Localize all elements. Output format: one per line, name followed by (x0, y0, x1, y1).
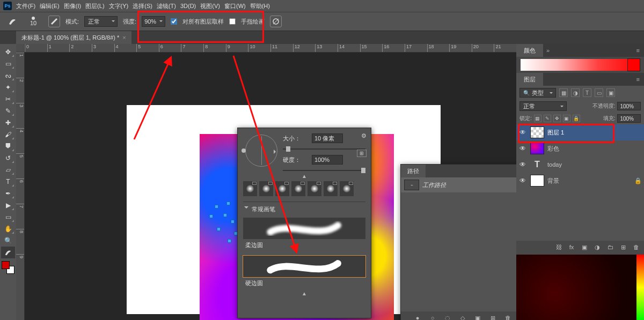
current-color-swatch[interactable] (628, 59, 640, 71)
visibility-icon[interactable]: 👁 (518, 129, 527, 136)
layer-row[interactable]: 👁 图层 1 (516, 124, 644, 140)
link-layers-icon[interactable]: ⛓ (555, 243, 562, 251)
filter-smart-icon[interactable]: ▣ (606, 88, 615, 97)
layer-style-icon[interactable]: fx (568, 243, 575, 251)
strength-input[interactable]: 90% (142, 16, 165, 27)
type-tool[interactable]: T (1, 176, 15, 188)
opacity-value[interactable]: 100% (617, 102, 641, 110)
recent-brush[interactable] (340, 181, 354, 196)
layers-panel-menu-icon[interactable]: ≡ (632, 76, 644, 83)
finger-painting-checkbox[interactable] (229, 18, 236, 25)
crop-tool[interactable]: ✂ (1, 93, 15, 105)
blend-mode-dropdown[interactable]: 正常 (519, 101, 567, 111)
close-tab-icon[interactable]: × (122, 34, 126, 41)
path-to-selection-icon[interactable]: ◌ (444, 314, 451, 320)
healing-tool[interactable]: ✚ (1, 117, 15, 129)
scroll-down-icon[interactable]: ▲ (238, 289, 371, 297)
menu-3d[interactable]: 3D(D) (180, 3, 196, 9)
menu-select[interactable]: 选择(S) (133, 2, 152, 10)
recent-brush[interactable] (275, 181, 289, 196)
visibility-icon[interactable]: 👁 (518, 177, 527, 184)
mode-dropdown[interactable]: 正常 (84, 16, 118, 27)
pressure-icon[interactable] (270, 16, 282, 27)
fill-value[interactable]: 100% (617, 114, 641, 123)
shape-tool[interactable]: ▭ (1, 211, 15, 223)
filter-adjust-icon[interactable]: ◑ (571, 88, 580, 97)
layer-filter-kind[interactable]: 类型 (519, 88, 556, 98)
recent-brush[interactable] (324, 181, 338, 196)
brush-hardness-value[interactable]: 100% (312, 155, 343, 165)
visibility-icon[interactable]: 👁 (518, 161, 527, 168)
brush-panel-toggle-icon[interactable] (48, 16, 60, 27)
hue-slider[interactable] (636, 255, 644, 320)
new-path-icon[interactable]: ⊞ (489, 314, 496, 320)
path-select-tool[interactable]: ▶ (1, 199, 15, 211)
menu-file[interactable]: 文件(F) (16, 2, 35, 10)
lock-artboard-icon[interactable]: ▣ (563, 115, 570, 122)
marquee-tool[interactable]: ▭ (1, 58, 15, 70)
layer-thumbnail[interactable] (530, 126, 544, 138)
fill-path-icon[interactable]: ● (414, 314, 421, 320)
recent-brush[interactable] (243, 181, 257, 196)
smudge-tool-icon[interactable] (6, 16, 18, 27)
color-tab[interactable]: 颜色 (516, 44, 543, 57)
menu-image[interactable]: 图像(I) (64, 2, 81, 10)
recent-brush[interactable] (308, 181, 321, 196)
foreground-color-swatch[interactable] (2, 261, 10, 269)
group-icon[interactable]: 🗀 (606, 243, 614, 251)
layer-mask-icon[interactable]: ▣ (581, 243, 588, 251)
scroll-up-icon[interactable]: ▲ (238, 173, 371, 179)
layer-row[interactable]: 👁 背景 🔒 (516, 173, 644, 189)
lock-all-icon[interactable]: 🔒 (573, 115, 580, 122)
brush-settings-gear-icon[interactable]: ⚙ (361, 132, 367, 139)
delete-layer-icon[interactable]: 🗑 (632, 243, 640, 251)
brush-size-value[interactable]: 10 像素 (312, 133, 343, 143)
visibility-icon[interactable]: 👁 (518, 145, 527, 152)
pen-tool[interactable]: ✒ (1, 188, 15, 199)
move-tool[interactable]: ✥ (1, 46, 15, 58)
lock-position-icon[interactable]: ✥ (553, 115, 561, 122)
brush-preset-soft[interactable] (243, 218, 365, 239)
recent-brush[interactable] (291, 181, 305, 196)
layer-row[interactable]: 👁 彩色 (516, 140, 644, 157)
layer-row[interactable]: 👁 T today (516, 157, 644, 173)
stroke-path-icon[interactable]: ○ (429, 314, 436, 320)
path-name[interactable]: 工作路径 (422, 181, 446, 189)
menu-help[interactable]: 帮助(H) (250, 2, 270, 10)
menu-layer[interactable]: 图层(L) (85, 2, 104, 10)
brush-tool[interactable]: 🖌 (1, 129, 15, 140)
brush-preset-hard[interactable] (243, 256, 365, 277)
new-layer-icon[interactable]: ⊞ (619, 243, 627, 251)
layer-thumbnail[interactable] (530, 143, 544, 154)
brush-preset-picker[interactable]: 10 (24, 13, 43, 29)
collapse-icon[interactable]: » (543, 47, 553, 54)
history-brush-tool[interactable]: ↺ (1, 152, 15, 164)
horizontal-ruler[interactable]: 01 23 45 67 89 1011 1213 1415 1617 1819 … (25, 44, 516, 53)
lasso-tool[interactable]: ᔓ (1, 70, 15, 81)
lock-transparent-icon[interactable]: ▦ (534, 115, 541, 122)
selection-to-path-icon[interactable]: ◇ (459, 314, 466, 320)
layer-name[interactable]: 图层 1 (547, 129, 564, 137)
color-ramp[interactable] (521, 59, 640, 71)
menu-view[interactable]: 视图(V) (200, 2, 220, 10)
layer-name[interactable]: today (547, 161, 562, 168)
document-tab[interactable]: 未标题-1 @ 100% (图层 1, RGB/8#) * × (16, 31, 131, 44)
adjustment-layer-icon[interactable]: ◑ (594, 243, 601, 251)
layer-name[interactable]: 背景 (547, 177, 559, 185)
hand-tool[interactable]: ✋ (1, 223, 15, 235)
layer-name[interactable]: 彩色 (547, 145, 559, 153)
eyedropper-tool[interactable]: ✎ (1, 105, 15, 117)
ruler-origin[interactable] (16, 44, 25, 53)
color-swatches[interactable] (1, 261, 15, 274)
filter-type-icon[interactable]: T (583, 88, 591, 97)
menu-edit[interactable]: 编辑(E) (40, 2, 60, 10)
lock-image-icon[interactable]: ✎ (544, 115, 551, 122)
menu-type[interactable]: 文字(Y) (109, 2, 129, 10)
layer-thumbnail[interactable]: T (530, 159, 544, 170)
menu-filter[interactable]: 滤镜(T) (157, 2, 176, 10)
filter-shape-icon[interactable]: ▭ (595, 88, 603, 97)
canvas-area[interactable]: 01 23 45 67 89 1011 1213 1415 1617 1819 … (16, 44, 516, 320)
path-row[interactable]: ⌁ 工作路径 (401, 177, 516, 192)
layer-thumbnail[interactable] (530, 175, 544, 187)
layers-tab[interactable]: 图层 (516, 73, 543, 86)
